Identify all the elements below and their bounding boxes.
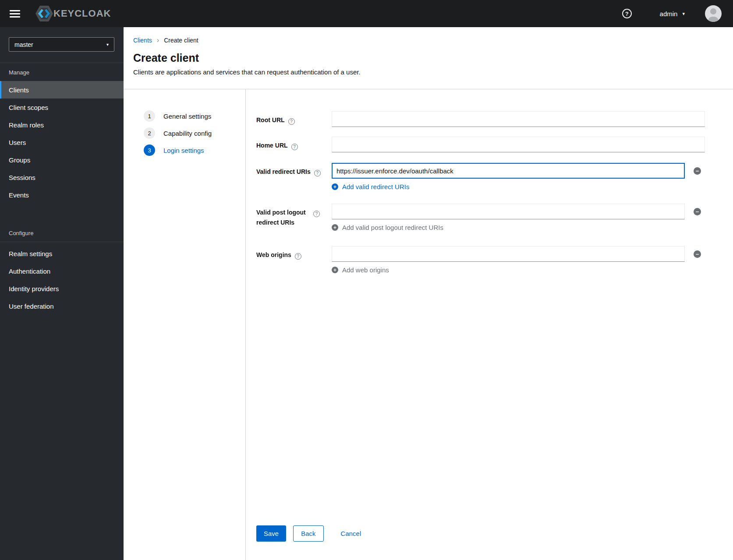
web-origins-input[interactable] — [332, 246, 685, 262]
sidebar-section-manage: Manage — [0, 63, 124, 81]
add-link-label: Add valid redirect URIs — [342, 183, 409, 190]
help-icon[interactable]: ? — [295, 253, 301, 260]
field-label: Root URL? — [256, 111, 332, 127]
step-number: 2 — [144, 127, 155, 139]
step-label: Capability config — [163, 130, 212, 137]
sidebar-item-groups[interactable]: Groups — [0, 151, 124, 169]
keycloak-logo — [35, 5, 53, 22]
sidebar-item-user-federation[interactable]: User federation — [0, 297, 124, 315]
sidebar-item-label: Realm settings — [9, 250, 52, 257]
sidebar-item-label: Users — [9, 139, 26, 146]
removable-input-row: − — [332, 246, 705, 262]
sidebar-item-identity-providers[interactable]: Identity providers — [0, 280, 124, 297]
removable-input-row: − — [332, 163, 705, 179]
field-control — [332, 111, 705, 127]
field-valid-redirect-uris: Valid redirect URIs? − + Add valid redir… — [256, 163, 705, 190]
form-actions: Save Back Cancel — [256, 525, 705, 542]
add-post-logout-uris-button[interactable]: + Add valid post logout redirect URIs — [332, 224, 443, 231]
sidebar-item-label: Groups — [9, 156, 30, 164]
field-control — [332, 137, 705, 152]
removable-input-row: − — [332, 204, 705, 219]
field-control: − + Add valid redirect URIs — [332, 163, 705, 190]
help-icon[interactable]: ? — [288, 118, 295, 125]
layout: master ▾ Manage Clients Client scopes Re… — [0, 27, 733, 560]
home-url-input[interactable] — [332, 137, 705, 152]
sidebar-item-events[interactable]: Events — [0, 186, 124, 204]
sidebar-item-sessions[interactable]: Sessions — [0, 169, 124, 186]
breadcrumb-clients-link[interactable]: Clients — [133, 37, 152, 44]
root-url-label: Root URL — [256, 116, 285, 123]
remove-web-origin-icon[interactable]: − — [694, 250, 701, 258]
username: admin — [660, 10, 678, 18]
keycloak-logo-icon — [35, 5, 53, 22]
sidebar-divider — [0, 242, 124, 242]
sidebar-item-label: Realm roles — [9, 121, 44, 129]
breadcrumb: Clients › Create client — [133, 37, 722, 44]
add-valid-redirect-uris-button[interactable]: + Add valid redirect URIs — [332, 183, 409, 190]
sidebar-item-label: Authentication — [9, 268, 50, 275]
field-web-origins: Web origins? − + Add web origins — [256, 246, 705, 274]
sidebar-item-authentication[interactable]: Authentication — [0, 262, 124, 280]
cancel-button[interactable]: Cancel — [337, 525, 365, 542]
remove-redirect-uri-icon[interactable]: − — [694, 167, 701, 175]
wizard-step-general-settings[interactable]: 1 General settings — [144, 110, 245, 122]
chevron-down-icon: ▾ — [682, 11, 685, 16]
help-icon[interactable]: ? — [314, 170, 321, 176]
field-home-url: Home URL? — [256, 137, 705, 152]
plus-circle-icon: + — [332, 267, 338, 273]
wizard-step-login-settings[interactable]: 3 Login settings — [144, 144, 245, 156]
user-menu[interactable]: admin ▾ — [660, 10, 685, 18]
field-control: − + Add valid post logout redirect URIs — [332, 204, 705, 231]
plus-circle-icon: + — [332, 183, 338, 190]
remove-post-logout-uri-icon[interactable]: − — [694, 208, 701, 215]
brand-text: KEYCLOAK — [53, 8, 111, 19]
main-content: Clients › Create client Create client Cl… — [124, 27, 733, 560]
field-label: Home URL? — [256, 137, 332, 152]
masthead: KEYCLOAK ? admin ▾ — [0, 0, 733, 27]
field-label: Web origins? — [256, 246, 332, 274]
hamburger-menu-icon[interactable] — [9, 8, 21, 19]
post-logout-uri-input[interactable] — [332, 204, 685, 219]
field-label: Valid redirect URIs? — [256, 163, 332, 190]
breadcrumb-current: Create client — [164, 37, 198, 44]
help-icon[interactable]: ? — [291, 144, 298, 150]
login-settings-form: Root URL? Home URL? Vali — [245, 89, 733, 560]
step-number: 3 — [144, 144, 155, 156]
help-icon[interactable]: ? — [313, 211, 320, 217]
home-url-label: Home URL — [256, 142, 288, 149]
sidebar-item-realm-settings[interactable]: Realm settings — [0, 245, 124, 262]
post-logout-uris-label: Valid post logout redirect URIs — [256, 208, 310, 228]
root-url-input[interactable] — [332, 111, 705, 127]
back-button[interactable]: Back — [293, 525, 323, 542]
sidebar-item-label: Events — [9, 191, 29, 199]
sidebar-section-configure: Configure — [0, 224, 124, 242]
sidebar-item-users[interactable]: Users — [0, 134, 124, 151]
add-link-label: Add valid post logout redirect URIs — [342, 224, 443, 231]
masthead-actions: ? admin ▾ — [622, 5, 722, 22]
add-web-origins-button[interactable]: + Add web origins — [332, 266, 389, 274]
avatar-head — [710, 8, 716, 14]
field-root-url: Root URL? — [256, 111, 705, 127]
sidebar-item-client-scopes[interactable]: Client scopes — [0, 99, 124, 116]
wizard-step-capability-config[interactable]: 2 Capability config — [144, 127, 245, 139]
field-post-logout-redirect-uris: Valid post logout redirect URIs? − + Add… — [256, 204, 705, 231]
help-icon[interactable]: ? — [622, 9, 632, 18]
valid-redirect-uri-input[interactable] — [332, 163, 685, 179]
avatar-torso — [708, 17, 719, 22]
page-subtitle: Clients are applications and services th… — [133, 68, 722, 89]
plus-circle-icon: + — [332, 224, 338, 231]
field-control: − + Add web origins — [332, 246, 705, 274]
realm-selector[interactable]: master ▾ — [9, 37, 114, 52]
avatar[interactable] — [705, 5, 722, 22]
wizard-nav: 1 General settings 2 Capability config 3… — [124, 89, 245, 560]
wizard-body: 1 General settings 2 Capability config 3… — [124, 89, 733, 560]
web-origins-label: Web origins — [256, 251, 291, 258]
save-button[interactable]: Save — [256, 525, 286, 542]
page-title: Create client — [133, 52, 722, 64]
sidebar-item-realm-roles[interactable]: Realm roles — [0, 116, 124, 134]
sidebar-item-label: Clients — [9, 86, 29, 94]
step-label: Login settings — [163, 147, 204, 154]
chevron-down-icon: ▾ — [106, 42, 109, 47]
page-header: Clients › Create client Create client Cl… — [124, 27, 733, 89]
sidebar-item-clients[interactable]: Clients — [0, 81, 124, 99]
